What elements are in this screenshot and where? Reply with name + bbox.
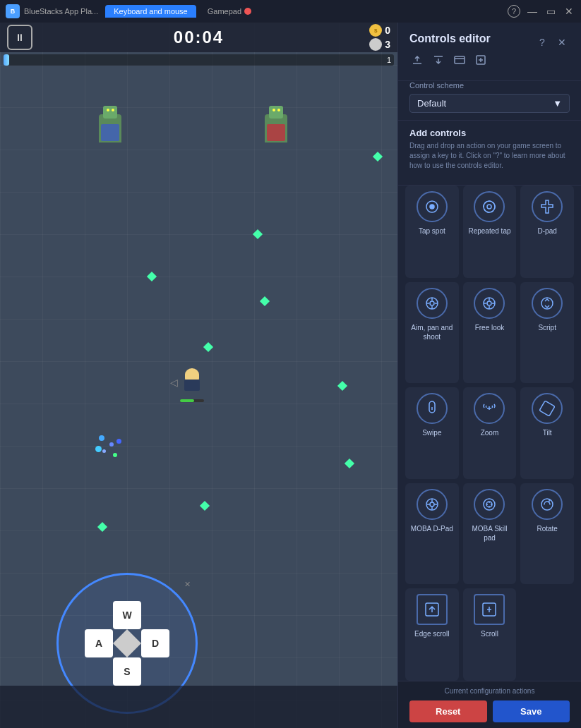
coin-icon: $ xyxy=(369,24,382,37)
moba-skill-icon xyxy=(474,489,505,520)
svg-point-14 xyxy=(487,301,491,305)
svg-point-6 xyxy=(487,205,491,209)
edge-scroll-icon xyxy=(417,594,448,625)
controls-grid: Tap spot Repeated tap D-pad xyxy=(398,186,581,681)
control-edge-scroll[interactable]: Edge scroll xyxy=(405,588,459,681)
player: ◁ xyxy=(180,368,204,396)
zoom-label: Zoom xyxy=(481,428,499,437)
dpad-cross: W S A D xyxy=(85,601,169,686)
tab-keyboard[interactable]: Keyboard and mouse xyxy=(105,5,196,18)
control-tap-spot[interactable]: Tap spot xyxy=(405,186,459,278)
save-button[interactable]: Save xyxy=(493,700,570,722)
dpad-right[interactable]: D xyxy=(141,629,169,657)
zombie-2-eyes xyxy=(269,109,283,111)
controls-title: Controls editor xyxy=(409,32,491,45)
zombie-1-shirt xyxy=(101,124,119,141)
dpad-down[interactable]: S xyxy=(113,657,141,686)
rotate-label: Rotate xyxy=(537,524,557,533)
svg-point-5 xyxy=(484,201,495,212)
svg-point-21 xyxy=(541,499,553,510)
controls-header: Controls editor ? ✕ xyxy=(398,23,581,81)
scheme-share-icon[interactable] xyxy=(452,52,467,68)
add-controls-section: Add controls Drag and drop an action on … xyxy=(398,121,581,186)
close-button[interactable]: ✕ xyxy=(563,5,575,18)
swipe-icon xyxy=(417,393,448,424)
control-repeated-tap[interactable]: Repeated tap xyxy=(463,186,517,278)
app-logo: B xyxy=(6,4,20,18)
control-moba-skill[interactable]: MOBA Skill pad xyxy=(463,483,517,584)
svg-rect-0 xyxy=(455,56,465,63)
svg-rect-16 xyxy=(539,401,555,416)
player-torso xyxy=(184,380,200,391)
zoom-icon xyxy=(474,393,505,424)
player-health-fill xyxy=(180,399,194,402)
controls-panel: Controls editor ? ✕ xyxy=(397,23,581,728)
health-bar-fill xyxy=(4,54,9,66)
reset-button[interactable]: Reset xyxy=(409,700,487,722)
game-area: ⏸ 00:04 $ 0 3 1 xyxy=(0,23,397,728)
score-area: $ 0 3 xyxy=(369,24,390,51)
aim-pan-shoot-icon xyxy=(417,288,448,319)
brain-score: 3 xyxy=(369,38,390,51)
scheme-upload-icon[interactable] xyxy=(409,52,425,68)
control-rotate[interactable]: Rotate xyxy=(520,483,574,584)
dpad-up[interactable]: W xyxy=(113,601,141,629)
title-bar: B BlueStacks App Pla... Keyboard and mou… xyxy=(0,0,581,23)
health-bar: 1 xyxy=(4,54,394,66)
control-zoom[interactable]: Zoom xyxy=(463,387,517,480)
window-controls: ? — ▭ ✕ xyxy=(508,5,575,18)
repeated-tap-icon xyxy=(474,191,505,222)
zombie-1-body xyxy=(99,114,121,142)
scheme-section: Control scheme Default ▼ xyxy=(398,81,581,121)
scroll-label: Scroll xyxy=(481,629,498,638)
moba-dpad-label: MOBA D-Pad xyxy=(411,524,453,533)
moba-skill-label: MOBA Skill pad xyxy=(466,524,514,542)
scroll-icon xyxy=(474,594,505,625)
zombie-2-eye-right xyxy=(277,109,280,111)
restore-button[interactable]: ▭ xyxy=(544,5,557,18)
zombie-2-eye-left xyxy=(272,109,275,111)
zombie-1-head xyxy=(103,106,117,119)
panel-help-button[interactable]: ? xyxy=(534,35,550,50)
control-moba-dpad[interactable]: MOBA D-Pad xyxy=(405,483,459,584)
svg-point-18 xyxy=(430,502,434,506)
current-config-label: Current configuration actions xyxy=(409,687,570,695)
dpad-ctrl-label: D-pad xyxy=(538,226,557,236)
scheme-dropdown-arrow: ▼ xyxy=(553,98,562,109)
control-scroll[interactable]: Scroll xyxy=(463,588,517,681)
pause-button[interactable]: ⏸ xyxy=(7,25,32,50)
health-bar-number: 1 xyxy=(387,54,391,66)
scheme-add-icon[interactable] xyxy=(473,52,489,68)
game-toolbar: ⏸ 00:04 $ 0 3 xyxy=(0,23,397,52)
control-script[interactable]: Script xyxy=(520,282,574,383)
tap-spot-icon xyxy=(417,191,448,222)
action-buttons: Reset Save xyxy=(409,700,570,722)
dpad-ctrl-icon xyxy=(532,191,563,222)
zombie-2 xyxy=(265,114,287,142)
control-free-look[interactable]: Free look xyxy=(463,282,517,383)
tap-spot-label: Tap spot xyxy=(419,226,445,236)
control-dpad[interactable]: D-pad xyxy=(520,186,574,278)
scheme-export-icon[interactable] xyxy=(431,52,446,68)
repeated-tap-label: Repeated tap xyxy=(468,226,510,236)
tilt-icon xyxy=(532,393,563,424)
zombie-1 xyxy=(99,114,121,142)
gamepad-status-dot xyxy=(244,8,251,15)
script-icon xyxy=(532,288,563,319)
tab-gamepad[interactable]: Gamepad xyxy=(199,5,260,18)
controls-header-row: Controls editor ? ✕ xyxy=(409,32,570,52)
dpad-dismiss[interactable]: ✕ xyxy=(184,580,191,589)
control-tilt[interactable]: Tilt xyxy=(520,387,574,480)
panel-close-button[interactable]: ✕ xyxy=(554,35,570,50)
bottom-action-bar: Current configuration actions Reset Save xyxy=(398,681,581,728)
zombie-1-eye-left xyxy=(107,109,109,111)
control-swipe[interactable]: Swipe xyxy=(405,387,459,480)
game-timer: 00:04 xyxy=(174,28,224,47)
control-aim-pan-shoot[interactable]: Aim, pan and shoot xyxy=(405,282,459,383)
help-button[interactable]: ? xyxy=(508,5,520,18)
dpad-left[interactable]: A xyxy=(85,629,113,657)
scheme-select[interactable]: Default ▼ xyxy=(409,94,570,113)
edge-scroll-label: Edge scroll xyxy=(414,629,449,638)
player-health-bar xyxy=(180,399,204,402)
minimize-button[interactable]: — xyxy=(526,5,539,18)
